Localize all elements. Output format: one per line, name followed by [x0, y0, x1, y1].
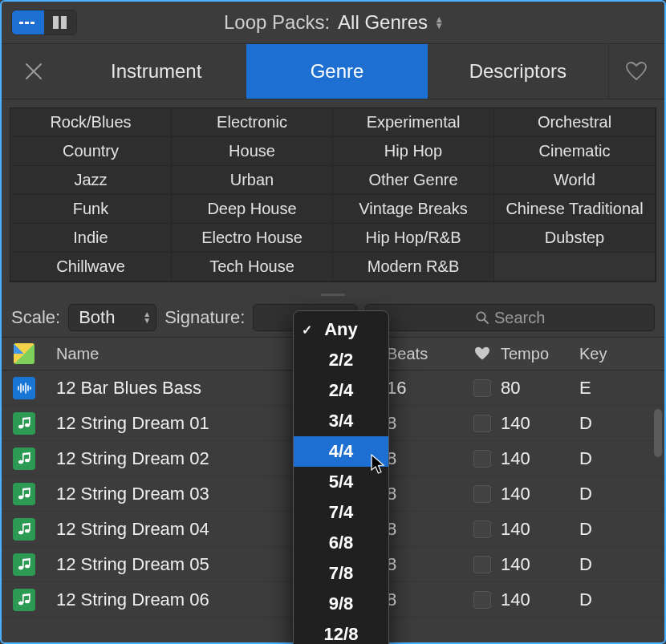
- signature-option-Any[interactable]: ✓Any: [294, 314, 388, 345]
- loop-key: E: [579, 378, 650, 399]
- genre-hip-hop-r-b[interactable]: Hip Hop/R&B: [333, 224, 494, 253]
- genre-hip-hop[interactable]: Hip Hop: [333, 137, 494, 166]
- genre-cinematic[interactable]: Cinematic: [494, 137, 656, 166]
- signature-option-label: 3/4: [329, 411, 354, 431]
- midi-note-icon: [13, 412, 35, 435]
- column-favorite[interactable]: [464, 346, 501, 361]
- signature-option-5-4[interactable]: 5/4: [294, 467, 388, 497]
- signature-option-label: 2/4: [329, 380, 354, 401]
- svg-rect-4: [61, 16, 67, 29]
- genre-world[interactable]: World: [494, 166, 656, 195]
- genre-vintage-breaks[interactable]: Vintage Breaks: [333, 195, 494, 224]
- signature-option-3-4[interactable]: 3/4: [294, 406, 388, 436]
- favorite-checkbox[interactable]: [473, 450, 491, 468]
- loop-tempo: 140: [501, 484, 579, 504]
- signature-option-7-8[interactable]: 7/8: [294, 558, 388, 589]
- loop-beats: 8: [387, 519, 464, 540]
- genre-other-genre[interactable]: Other Genre: [333, 166, 494, 195]
- loop-key: D: [579, 448, 650, 469]
- loop-key: D: [579, 554, 650, 575]
- loop-tempo: 140: [501, 448, 579, 469]
- signature-option-label: 5/4: [329, 472, 354, 492]
- signature-option-9-8[interactable]: 9/8: [294, 589, 388, 619]
- loop-key: D: [579, 589, 650, 610]
- genre-house[interactable]: House: [172, 137, 333, 166]
- loop-key: D: [579, 413, 650, 434]
- genre-experimental[interactable]: Experimental: [333, 108, 494, 137]
- signature-option-2-2[interactable]: 2/2: [294, 345, 388, 375]
- loop-beats: 8: [387, 554, 464, 575]
- svg-rect-1: [25, 22, 29, 24]
- genre-rock-blues[interactable]: Rock/Blues: [10, 108, 172, 137]
- check-icon: ✓: [302, 322, 312, 338]
- signature-option-7-4[interactable]: 7/4: [294, 497, 388, 528]
- signature-option-12-8[interactable]: 12/8: [294, 619, 388, 644]
- signature-option-label: 6/8: [329, 533, 354, 553]
- signature-option-2-4[interactable]: 2/4: [294, 375, 388, 406]
- favorite-checkbox[interactable]: [473, 485, 491, 503]
- loop-key: D: [579, 484, 650, 504]
- loop-category-icon[interactable]: [14, 343, 35, 364]
- view-button-columns[interactable]: [44, 10, 76, 34]
- genre-modern-r-b[interactable]: Modern R&B: [333, 253, 494, 281]
- favorite-checkbox[interactable]: [473, 415, 491, 432]
- genre-electronic[interactable]: Electronic: [172, 108, 333, 137]
- loop-packs-select[interactable]: All Genres ▲▼: [338, 11, 444, 34]
- genre-tech-house[interactable]: Tech House: [172, 253, 333, 281]
- signature-option-4-4[interactable]: 4/4: [294, 436, 388, 467]
- genre-dubstep[interactable]: Dubstep: [494, 224, 656, 253]
- updown-caret-icon: ▲▼: [434, 16, 444, 29]
- signature-menu[interactable]: ✓Any2/22/43/44/45/47/46/87/89/812/8: [293, 310, 389, 644]
- column-key[interactable]: Key: [579, 345, 650, 363]
- scale-select[interactable]: Both ▲▼: [68, 304, 156, 331]
- column-tempo[interactable]: Tempo: [501, 345, 579, 363]
- tab-descriptors[interactable]: Descriptors: [428, 44, 608, 99]
- genre-deep-house[interactable]: Deep House: [172, 195, 333, 224]
- loop-tempo: 140: [501, 589, 579, 610]
- genre-chinese-traditional[interactable]: Chinese Traditional: [494, 195, 656, 224]
- loop-tempo: 80: [501, 378, 579, 399]
- scrollbar-thumb[interactable]: [654, 409, 662, 457]
- genre-orchestral[interactable]: Orchestral: [494, 108, 656, 137]
- loop-beats: 8: [387, 484, 464, 504]
- genre-urban[interactable]: Urban: [172, 166, 333, 195]
- scale-value: Both: [79, 307, 115, 328]
- favorite-checkbox[interactable]: [473, 556, 491, 573]
- svg-rect-2: [30, 22, 35, 24]
- signature-option-label: 12/8: [324, 624, 359, 644]
- signature-option-label: Any: [324, 319, 358, 340]
- genre-grid: Rock/BluesElectronicExperimentalOrchestr…: [10, 107, 656, 282]
- favorite-checkbox[interactable]: [473, 520, 491, 538]
- column-beats[interactable]: Beats: [387, 345, 464, 363]
- midi-note-icon: [13, 589, 35, 611]
- genre-electro-house[interactable]: Electro House: [172, 224, 333, 253]
- loop-tempo: 140: [501, 554, 579, 575]
- search-placeholder: Search: [494, 309, 545, 327]
- loop-beats: 8: [387, 589, 464, 610]
- genre-funk[interactable]: Funk: [10, 195, 172, 224]
- view-toggle[interactable]: [11, 10, 77, 35]
- signature-value: [263, 307, 268, 328]
- signature-label: Signature:: [164, 307, 245, 328]
- favorites-icon[interactable]: [608, 44, 664, 99]
- genre-jazz[interactable]: Jazz: [10, 166, 172, 195]
- genre-country[interactable]: Country: [10, 137, 172, 166]
- favorite-checkbox[interactable]: [473, 591, 491, 609]
- signature-option-6-8[interactable]: 6/8: [294, 528, 388, 558]
- midi-note-icon: [13, 553, 35, 576]
- resize-handle[interactable]: [2, 290, 664, 298]
- search-icon: [475, 310, 489, 325]
- favorite-checkbox[interactable]: [473, 379, 491, 397]
- close-icon[interactable]: [2, 44, 66, 99]
- svg-rect-0: [19, 22, 23, 24]
- tab-genre[interactable]: Genre: [246, 44, 427, 99]
- genre-indie[interactable]: Indie: [10, 224, 172, 253]
- midi-note-icon: [13, 483, 35, 505]
- search-input[interactable]: Search: [365, 304, 655, 331]
- loop-beats: 8: [387, 448, 464, 469]
- midi-note-icon: [13, 448, 35, 470]
- loop-packs-label: Loop Packs:: [224, 11, 330, 34]
- view-button-grid[interactable]: [12, 10, 44, 34]
- tab-instrument[interactable]: Instrument: [66, 44, 246, 99]
- genre-chillwave[interactable]: Chillwave: [10, 253, 172, 281]
